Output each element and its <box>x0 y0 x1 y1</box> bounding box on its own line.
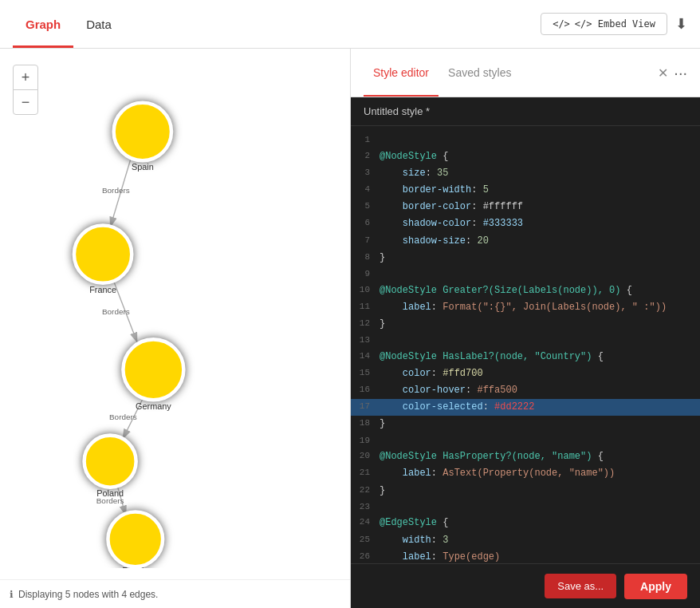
code-line: 25 width: 3 <box>351 532 700 549</box>
prop-span: label <box>403 468 431 479</box>
line-number: 11 <box>351 300 379 315</box>
code-line: 26 label: Type(edge) <box>351 549 700 563</box>
line-number: 12 <box>351 317 379 332</box>
line-content: } <box>379 484 385 499</box>
value-span: #dd2222 <box>494 401 534 413</box>
code-editor[interactable]: Untitled style * 12@NodeStyle {3 size: 3… <box>351 97 700 608</box>
code-line: 16 color-hover: #ffa500 <box>351 382 700 399</box>
line-number: 24 <box>351 515 379 531</box>
line-number: 18 <box>351 417 379 432</box>
code-line: 2@NodeStyle { <box>351 148 700 165</box>
apply-button[interactable]: Apply <box>624 574 687 599</box>
prop-span: border-width <box>403 184 471 195</box>
line-content: size: 35 <box>379 166 448 181</box>
download-button[interactable]: ⬇ <box>675 15 687 33</box>
line-content: @NodeStyle Greater?(Size(Labels(node)), … <box>379 283 632 298</box>
embed-icon: </> <box>553 18 570 30</box>
ellipsis-icon: ··· <box>674 64 687 81</box>
prop-span: color-hover <box>403 385 466 396</box>
line-content: @NodeStyle HasProperty?(node, "name") { <box>379 449 604 464</box>
style-tabs: Style editor Saved styles ✕ ··· <box>351 49 700 97</box>
line-number: 7 <box>351 234 379 249</box>
line-content: @NodeStyle { <box>379 149 448 164</box>
status-bar: ℹ Displaying 5 nodes with 4 edges. <box>0 579 350 608</box>
line-content: width: 3 <box>379 533 448 548</box>
zoom-controls: + − <box>13 65 38 115</box>
line-number: 1 <box>351 133 379 148</box>
style-panel: Style editor Saved styles ✕ ··· Untitled… <box>351 49 700 608</box>
node-spain[interactable] <box>114 103 171 160</box>
line-number: 6 <box>351 216 379 231</box>
line-number: 10 <box>351 283 379 298</box>
code-line: 15 color: #ffd700 <box>351 365 700 382</box>
annotation-span: @NodeStyle Greater?(Size(Labels(node)), … <box>379 285 620 296</box>
value-span: 20 <box>477 235 488 247</box>
line-number: 21 <box>351 466 379 481</box>
close-icon: ✕ <box>658 66 668 80</box>
download-icon: ⬇ <box>675 16 687 32</box>
node-russia-label: Russia <box>122 566 149 568</box>
prop-span: shadow-color <box>403 218 471 229</box>
node-germany-label: Germany <box>136 401 171 411</box>
tab-style-editor[interactable]: Style editor <box>364 49 438 97</box>
line-number: 22 <box>351 484 379 499</box>
line-number: 5 <box>351 199 379 215</box>
save-as-label: Save as... <box>557 580 604 592</box>
line-number: 14 <box>351 349 379 365</box>
close-panel-button[interactable]: ✕ <box>658 65 668 81</box>
line-content: border-width: 5 <box>379 183 489 198</box>
node-germany[interactable] <box>123 339 183 400</box>
line-number: 15 <box>351 366 379 381</box>
zoom-out-button[interactable]: − <box>13 89 38 115</box>
save-as-button[interactable]: Save as... <box>545 574 616 598</box>
line-number: 23 <box>351 500 379 515</box>
code-line: 18} <box>351 416 700 432</box>
edge-label-spain-france: Borders <box>102 186 130 195</box>
line-number: 17 <box>351 400 379 415</box>
status-text: Displaying 5 nodes with 4 edges. <box>18 589 158 600</box>
value-span: #ffa500 <box>477 385 517 396</box>
tab-data[interactable]: Data <box>73 0 124 48</box>
line-content: label: Type(edge) <box>379 550 500 563</box>
annotation-span: @NodeStyle <box>379 151 437 162</box>
line-content: border-color: #ffffff <box>379 199 523 215</box>
zoom-in-button[interactable]: + <box>13 65 38 90</box>
tab-graph[interactable]: Graph <box>13 0 73 48</box>
prop-span: border-color <box>403 201 471 212</box>
line-number: 3 <box>351 166 379 181</box>
code-line: 24@EdgeStyle { <box>351 515 700 531</box>
node-spain-label: Spain <box>132 162 154 172</box>
tab-saved-styles[interactable]: Saved styles <box>438 49 521 97</box>
code-line: 6 shadow-color: #333333 <box>351 215 700 232</box>
line-content: color: #ffd700 <box>379 366 483 381</box>
line-content: } <box>379 417 385 432</box>
more-options-button[interactable]: ··· <box>674 64 687 82</box>
node-france-label: France <box>89 285 116 294</box>
code-line: 10@NodeStyle Greater?(Size(Labels(node))… <box>351 282 700 299</box>
brace-span: { <box>437 517 448 528</box>
line-number: 4 <box>351 183 379 198</box>
value-span: 3 <box>442 535 448 546</box>
tab-graph-label: Graph <box>26 18 61 31</box>
brace-span: { <box>592 351 603 362</box>
line-content: shadow-size: 20 <box>379 234 489 249</box>
line-number: 13 <box>351 334 379 348</box>
tab-style-editor-label: Style editor <box>373 66 429 79</box>
code-content[interactable]: 12@NodeStyle {3 size: 354 border-width: … <box>351 126 700 563</box>
zoom-in-icon: + <box>22 70 30 85</box>
line-number: 16 <box>351 383 379 398</box>
prop-span: label <box>403 551 431 563</box>
value-span: #333333 <box>483 218 523 229</box>
main-layout: + − Borders Borders <box>0 49 700 608</box>
code-line: 12} <box>351 316 700 333</box>
line-content: @NodeStyle HasLabel?(node, "Country") { <box>379 349 604 365</box>
code-line: 14@NodeStyle HasLabel?(node, "Country") … <box>351 349 700 365</box>
node-france[interactable] <box>74 226 132 283</box>
node-poland[interactable] <box>85 436 136 488</box>
tab-saved-styles-label: Saved styles <box>448 66 511 79</box>
embed-view-button[interactable]: </> </> Embed View <box>541 13 667 35</box>
annotation-span: @NodeStyle HasProperty?(node, "name") <box>379 451 592 462</box>
line-content: label: Format(":{}", Join(Labels(node), … <box>379 300 667 315</box>
value-span: 35 <box>437 168 448 179</box>
node-russia[interactable] <box>108 511 163 567</box>
